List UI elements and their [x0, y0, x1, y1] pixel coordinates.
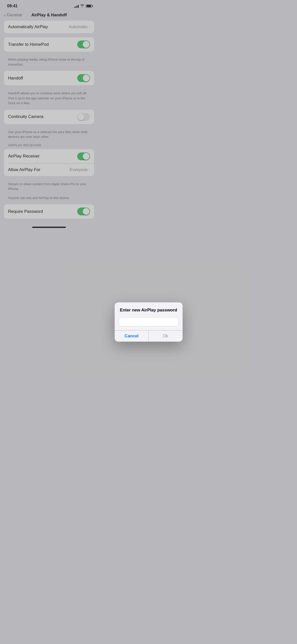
modal-backdrop: Enter new AirPlay password Cancel Ok	[0, 0, 98, 231]
